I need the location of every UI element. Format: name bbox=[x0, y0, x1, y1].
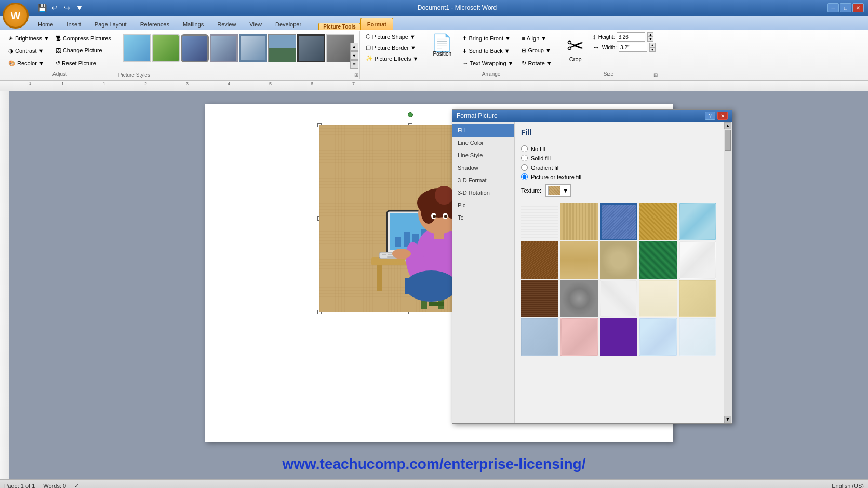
restore-button[interactable]: □ bbox=[840, 3, 851, 12]
picture-tools-label: Picture Tools bbox=[318, 23, 360, 30]
qat-more-button[interactable]: ▼ bbox=[74, 3, 85, 13]
tab-page-layout[interactable]: Page Layout bbox=[88, 18, 133, 30]
texture-water[interactable] bbox=[679, 203, 716, 240]
gallery-down-arrow[interactable]: ▼ bbox=[350, 51, 358, 60]
texture-brown-crinkle[interactable] bbox=[521, 241, 558, 279]
change-picture-button[interactable]: 🖼 Change Picture bbox=[53, 46, 114, 55]
solid-fill-option[interactable]: Solid fill bbox=[521, 155, 717, 161]
gallery-expand-arrow[interactable]: ≡ bbox=[350, 60, 358, 69]
texture-canvas[interactable] bbox=[560, 203, 598, 240]
contrast-button[interactable]: ◑ Contrast ▼ bbox=[6, 47, 52, 56]
no-fill-option[interactable]: No fill bbox=[521, 145, 717, 152]
width-down[interactable]: ▼ bbox=[649, 47, 656, 52]
texture-purple[interactable] bbox=[600, 318, 637, 356]
compress-pictures-button[interactable]: 🗜 Compress Pictures bbox=[53, 34, 114, 43]
scroll-up-btn[interactable]: ▲ bbox=[724, 122, 731, 129]
tab-home[interactable]: Home bbox=[31, 18, 60, 30]
picture-shape-button[interactable]: ⬡ Picture Shape ▼ bbox=[363, 32, 418, 41]
picture-styles-expand[interactable]: ⊞ bbox=[354, 72, 358, 78]
crop-button[interactable]: ✂ Crop bbox=[562, 32, 590, 65]
gallery-up-arrow[interactable]: ▲ bbox=[350, 43, 358, 51]
pic-style-4[interactable] bbox=[210, 34, 238, 62]
ruler-tick-1: 1 bbox=[61, 81, 64, 86]
redo-button[interactable]: ↪ bbox=[62, 3, 72, 13]
texture-brown-fiber[interactable] bbox=[521, 280, 558, 317]
nav-text[interactable]: Te bbox=[452, 211, 514, 224]
tab-mailings[interactable]: Mailings bbox=[176, 18, 210, 30]
solid-fill-radio[interactable] bbox=[521, 155, 528, 161]
texture-cream[interactable] bbox=[639, 280, 677, 317]
save-button[interactable]: 💾 bbox=[37, 3, 47, 13]
bring-to-front-button[interactable]: ⬆ Bring to Front ▼ bbox=[460, 34, 516, 43]
texture-white-fabric[interactable] bbox=[600, 280, 637, 317]
nav-fill[interactable]: Fill bbox=[452, 124, 514, 137]
picture-texture-fill-option[interactable]: Picture or texture fill bbox=[521, 173, 717, 180]
texture-pink[interactable] bbox=[560, 318, 598, 356]
expand-icon: ⊞ bbox=[354, 72, 358, 78]
scroll-thumb[interactable] bbox=[725, 130, 731, 151]
texture-blue-tissue[interactable] bbox=[521, 318, 558, 356]
text-wrapping-button[interactable]: ↔ Text Wrapping ▼ bbox=[460, 59, 516, 67]
pic-style-2[interactable] bbox=[152, 34, 180, 62]
picture-shape-dropdown: ▼ bbox=[410, 34, 416, 40]
nav-3d-format[interactable]: 3-D Format bbox=[452, 174, 514, 186]
nav-3d-rotation[interactable]: 3-D Rotation bbox=[452, 186, 514, 199]
texture-newsprint[interactable] bbox=[521, 203, 558, 240]
align-button[interactable]: ≡ Align ▼ bbox=[519, 34, 554, 43]
pic-style-3[interactable] bbox=[181, 34, 209, 62]
width-up[interactable]: ▲ bbox=[649, 43, 656, 47]
group-button[interactable]: ⊞ Group ▼ bbox=[519, 46, 554, 55]
picture-effects-button[interactable]: ✨ Picture Effects ▼ bbox=[363, 54, 421, 63]
nav-line-style[interactable]: Line Style bbox=[452, 149, 514, 161]
texture-denim[interactable] bbox=[600, 203, 637, 240]
texture-sand[interactable] bbox=[600, 241, 637, 279]
rotate-button[interactable]: ↻ Rotate ▼ bbox=[519, 59, 554, 67]
pic-style-6[interactable] bbox=[268, 34, 296, 62]
texture-weave[interactable] bbox=[639, 203, 677, 240]
position-button[interactable]: 📄 Position bbox=[428, 32, 457, 59]
send-to-back-button[interactable]: ⬇ Send to Back ▼ bbox=[460, 47, 516, 56]
tab-insert[interactable]: Insert bbox=[60, 18, 88, 30]
texture-light-blue[interactable] bbox=[639, 318, 677, 356]
picture-border-button[interactable]: ▢ Picture Border ▼ bbox=[363, 43, 419, 52]
texture-extra[interactable] bbox=[679, 318, 716, 356]
tab-developer[interactable]: Developer bbox=[269, 18, 308, 30]
tab-review[interactable]: Review bbox=[210, 18, 243, 30]
tab-format[interactable]: Format bbox=[360, 18, 393, 30]
tab-view[interactable]: View bbox=[243, 18, 269, 30]
pic-style-7[interactable] bbox=[297, 34, 325, 62]
texture-gray-granite[interactable] bbox=[560, 280, 598, 317]
height-down[interactable]: ▼ bbox=[647, 37, 653, 42]
tab-references[interactable]: References bbox=[133, 18, 176, 30]
height-input[interactable] bbox=[617, 32, 645, 42]
scroll-down-btn[interactable]: ▼ bbox=[724, 416, 731, 423]
dialog-scrollbar[interactable]: ▲ ▼ bbox=[724, 122, 732, 423]
size-expand[interactable]: ⊞ bbox=[653, 72, 658, 78]
reset-picture-button[interactable]: ↺ Reset Picture bbox=[53, 59, 114, 67]
undo-button[interactable]: ↩ bbox=[49, 3, 60, 13]
recolor-button[interactable]: 🎨 Recolor ▼ bbox=[6, 59, 52, 68]
close-button[interactable]: ✕ bbox=[852, 3, 864, 12]
nav-line-color[interactable]: Line Color bbox=[452, 137, 514, 149]
gradient-fill-option[interactable]: Gradient fill bbox=[521, 164, 717, 171]
texture-green-marble[interactable] bbox=[639, 241, 677, 279]
texture-white-marble[interactable] bbox=[679, 241, 716, 279]
width-input[interactable] bbox=[619, 43, 647, 52]
minimize-button[interactable]: ─ bbox=[827, 3, 839, 12]
office-button[interactable]: W bbox=[3, 3, 29, 29]
gradient-fill-radio[interactable] bbox=[521, 164, 528, 171]
no-fill-radio[interactable] bbox=[521, 145, 528, 152]
picture-texture-fill-radio[interactable] bbox=[521, 173, 528, 180]
nav-shadow[interactable]: Shadow bbox=[452, 161, 514, 174]
dialog-close-button[interactable]: ✕ bbox=[717, 112, 728, 120]
texture-dropdown[interactable]: ▼ bbox=[545, 184, 571, 197]
brightness-button[interactable]: ☀ Brightness ▼ bbox=[6, 34, 52, 43]
pic-style-1[interactable] bbox=[123, 34, 151, 62]
rotation-handle[interactable] bbox=[408, 112, 413, 117]
height-up[interactable]: ▲ bbox=[647, 32, 653, 37]
pic-style-5[interactable] bbox=[239, 34, 267, 62]
texture-papyrus[interactable] bbox=[560, 241, 598, 279]
nav-pic[interactable]: Pic bbox=[452, 199, 514, 211]
texture-tan[interactable] bbox=[679, 280, 716, 317]
dialog-help-button[interactable]: ? bbox=[705, 112, 715, 120]
